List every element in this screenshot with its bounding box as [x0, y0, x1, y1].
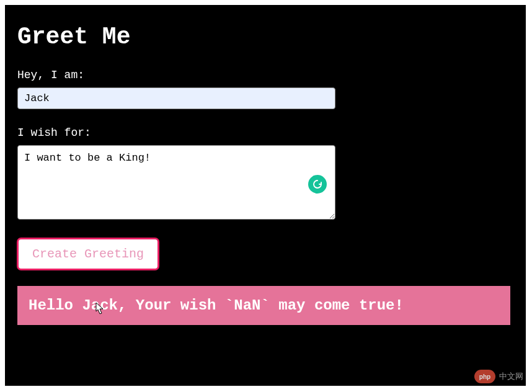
wish-wrapper: [17, 145, 335, 220]
create-greeting-button[interactable]: Create Greeting: [17, 238, 159, 270]
result-banner: Hello Jack, Your wish `NaN` may come tru…: [17, 286, 510, 325]
name-label: Hey, I am:: [17, 69, 513, 81]
wish-textarea[interactable]: [17, 145, 335, 220]
watermark-text: 中文网: [499, 371, 523, 382]
name-input[interactable]: [17, 87, 335, 109]
app-container: Greet Me Hey, I am: I wish for: Create G…: [5, 5, 526, 386]
watermark-badge: php: [474, 370, 495, 383]
page-title: Greet Me: [17, 24, 513, 50]
grammarly-icon[interactable]: [308, 175, 327, 194]
wish-label: I wish for:: [17, 127, 513, 139]
watermark: php 中文网: [474, 370, 523, 383]
